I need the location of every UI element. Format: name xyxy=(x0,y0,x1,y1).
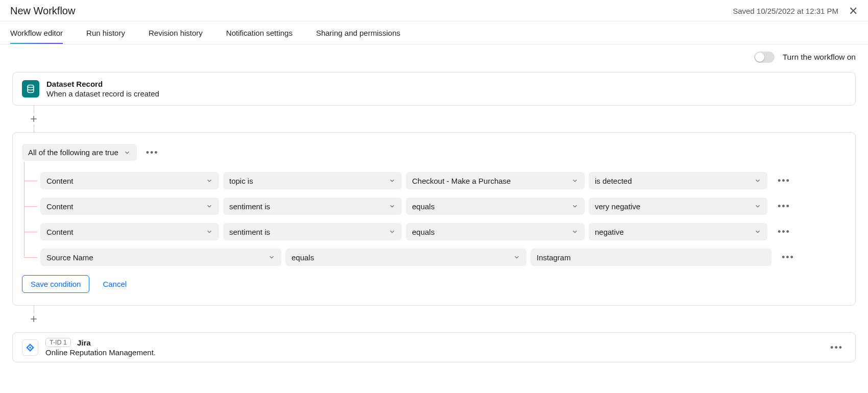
chevron-down-icon xyxy=(571,228,578,235)
tab-workflow-editor[interactable]: Workflow editor xyxy=(10,21,63,44)
rule-operator-select[interactable]: topic is xyxy=(223,172,402,189)
rule-value2-select[interactable]: negative xyxy=(589,223,767,240)
condition-group-menu[interactable]: ••• xyxy=(144,148,161,157)
rule-value-select[interactable]: Checkout - Make a Purchase xyxy=(406,172,585,189)
chevron-down-icon xyxy=(571,177,578,184)
rule-value2-select[interactable]: is detected xyxy=(589,172,767,189)
saved-timestamp: Saved 10/25/2022 at 12:31 PM xyxy=(733,7,838,15)
rule-row-menu[interactable]: ••• xyxy=(776,202,792,211)
rule-field-select[interactable]: Content xyxy=(40,172,219,189)
condition-card: All of the following are true ••• Conten… xyxy=(12,132,856,306)
chevron-down-icon xyxy=(124,149,131,156)
workflow-toggle[interactable] xyxy=(754,52,775,63)
chevron-down-icon xyxy=(206,177,213,184)
action-subtitle: Online Reputation Management. xyxy=(45,348,156,357)
add-step-button[interactable] xyxy=(28,313,39,325)
rule-operator-select[interactable]: sentiment is xyxy=(223,198,402,215)
close-button[interactable]: ✕ xyxy=(849,6,858,17)
rule-value-select[interactable]: Instagram xyxy=(531,249,771,266)
chevron-down-icon xyxy=(389,228,396,235)
task-id-badge: T-ID 1 xyxy=(45,338,71,347)
rule-operator-select[interactable]: sentiment is xyxy=(223,223,402,240)
condition-group-select[interactable]: All of the following are true xyxy=(22,144,137,161)
trigger-title: Dataset Record xyxy=(46,80,159,88)
tab-run-history[interactable]: Run history xyxy=(86,21,125,44)
condition-group-label: All of the following are true xyxy=(28,148,118,157)
tab-notification-settings[interactable]: Notification settings xyxy=(226,21,293,44)
chevron-down-icon xyxy=(571,203,578,210)
rule-value-select[interactable]: equals xyxy=(406,223,585,240)
chevron-down-icon xyxy=(513,254,520,261)
chevron-down-icon xyxy=(389,177,396,184)
rule-field-select[interactable]: Content xyxy=(40,223,219,240)
rule-field-select[interactable]: Source Name xyxy=(40,249,281,266)
dataset-record-icon xyxy=(22,80,39,97)
trigger-subtitle: When a dataset record is created xyxy=(46,89,159,98)
action-card-menu[interactable]: ••• xyxy=(828,343,845,352)
add-step-button[interactable] xyxy=(28,113,39,125)
chevron-down-icon xyxy=(754,228,761,235)
rule-row: Content sentiment is equals very negativ… xyxy=(40,198,846,215)
tab-bar: Workflow editor Run history Revision his… xyxy=(0,21,868,44)
chevron-down-icon xyxy=(389,203,396,210)
action-card[interactable]: T-ID 1 Jira Online Reputation Management… xyxy=(12,332,856,362)
rule-operator-select[interactable]: equals xyxy=(285,249,526,266)
tab-sharing-permissions[interactable]: Sharing and permissions xyxy=(316,21,400,44)
chevron-down-icon xyxy=(268,254,275,261)
rule-value-select[interactable]: equals xyxy=(406,198,585,215)
rule-row: Content sentiment is equals negative ••• xyxy=(40,223,846,240)
action-app-label: Jira xyxy=(77,338,91,347)
rule-row: Content topic is Checkout - Make a Purch… xyxy=(40,172,846,189)
rule-field-select[interactable]: Content xyxy=(40,198,219,215)
rule-row-menu[interactable]: ••• xyxy=(780,253,797,262)
rule-value2-select[interactable]: very negative xyxy=(589,198,767,215)
chevron-down-icon xyxy=(754,177,761,184)
page-title: New Workflow xyxy=(10,5,75,17)
rule-row: Source Name equals Instagram ••• xyxy=(40,249,846,266)
save-condition-button[interactable]: Save condition xyxy=(22,275,89,293)
chevron-down-icon xyxy=(206,228,213,235)
tab-revision-history[interactable]: Revision history xyxy=(149,21,203,44)
chevron-down-icon xyxy=(754,203,761,210)
svg-point-0 xyxy=(28,85,34,88)
cancel-button[interactable]: Cancel xyxy=(103,280,127,288)
rule-row-menu[interactable]: ••• xyxy=(776,176,792,185)
workflow-toggle-label: Turn the workflow on xyxy=(783,53,856,62)
jira-icon xyxy=(22,339,38,356)
chevron-down-icon xyxy=(206,203,213,210)
rule-row-menu[interactable]: ••• xyxy=(776,227,792,236)
trigger-card[interactable]: Dataset Record When a dataset record is … xyxy=(12,72,856,106)
